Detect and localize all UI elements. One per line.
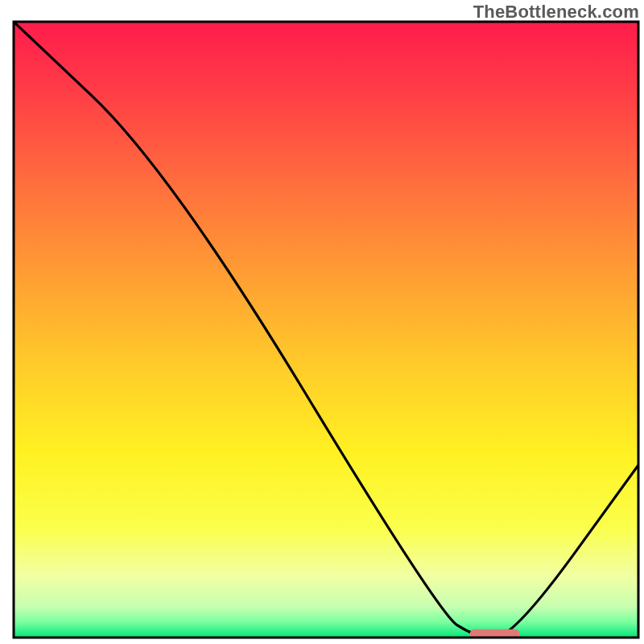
chart-background — [14, 22, 638, 638]
chart-container: TheBottleneck.com — [0, 0, 644, 644]
bottleneck-chart — [0, 0, 644, 644]
